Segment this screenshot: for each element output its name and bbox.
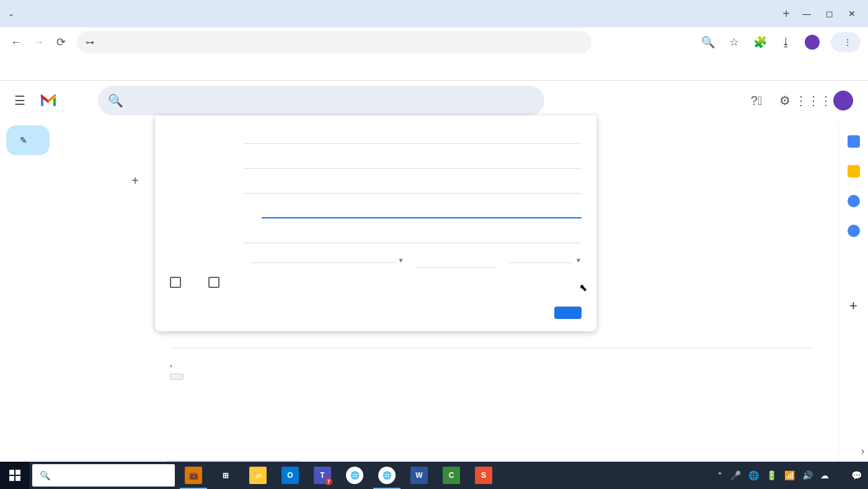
volume-icon[interactable]: 🔊 xyxy=(802,470,813,480)
address-bar[interactable]: ⊶ xyxy=(77,31,591,53)
mic-icon[interactable]: 🎤 xyxy=(730,470,741,480)
maximize-button[interactable]: ◻ xyxy=(826,9,833,19)
taskbar-chrome[interactable]: 🌐 xyxy=(339,462,371,489)
battery-icon[interactable]: 🔋 xyxy=(766,470,777,480)
svg-rect-3 xyxy=(16,476,20,481)
subject-input[interactable] xyxy=(243,178,582,194)
chrome-titlebar: ⌄ + — ◻ ✕ xyxy=(0,0,868,27)
dont-include-chats-checkbox[interactable] xyxy=(208,277,228,288)
windows-logo-icon xyxy=(9,470,20,481)
blocked-addresses-section: , xyxy=(170,348,813,380)
chevron-down-icon: ▼ xyxy=(575,257,582,264)
compose-button[interactable]: ✎ xyxy=(6,125,50,155)
gmail-header: ☰ 🔍 ?⃝ ⚙ ⋮⋮⋮ xyxy=(0,81,868,120)
size-unit-select[interactable] xyxy=(509,258,573,263)
checkbox-icon xyxy=(208,277,219,288)
keep-icon[interactable] xyxy=(848,165,860,177)
apps-grid-icon[interactable]: ⋮⋮⋮ xyxy=(805,92,822,109)
chrome-update-chip[interactable]: ⋮ xyxy=(831,32,861,52)
calendar-icon[interactable] xyxy=(848,135,860,148)
taskbar-explorer[interactable]: 📁 xyxy=(242,462,274,489)
taskbar-teams[interactable]: T7 xyxy=(306,462,339,489)
windows-taskbar: 🔍 💼 ⊞ 📁 O T7 🌐 🌐 W C S ⌃ 🎤 🌐 🔋 📶 🔊 ☁ 💬 xyxy=(0,462,868,489)
window-controls: — ◻ ✕ xyxy=(795,9,863,19)
help-icon[interactable]: ?⃝ xyxy=(748,92,765,109)
hide-sidepanel-button[interactable]: › xyxy=(861,446,864,457)
close-window-button[interactable]: ✕ xyxy=(848,9,856,19)
add-addon-button[interactable]: + xyxy=(849,298,857,314)
system-tray: ⌃ 🎤 🌐 🔋 📶 🔊 ☁ 💬 xyxy=(717,470,868,480)
side-panel: + xyxy=(838,120,868,489)
bookmarks-bar xyxy=(0,57,868,81)
account-avatar[interactable] xyxy=(833,91,853,110)
unblock-button[interactable] xyxy=(170,374,184,380)
add-label-button[interactable]: + xyxy=(131,174,139,188)
search-icon: 🔍 xyxy=(40,470,50,480)
svg-rect-1 xyxy=(16,470,20,475)
windows-search[interactable]: 🔍 xyxy=(32,464,175,487)
svg-rect-2 xyxy=(9,476,14,481)
gmail-logo-icon xyxy=(40,94,57,107)
contacts-icon[interactable] xyxy=(848,225,860,237)
taskbar-briefcase[interactable]: 💼 xyxy=(177,462,210,489)
taskbar-camtasia[interactable]: C xyxy=(435,462,467,489)
chevron-down-icon: ▼ xyxy=(398,257,404,264)
checkbox-icon xyxy=(170,277,181,288)
start-button[interactable] xyxy=(0,462,30,489)
notifications-icon[interactable]: 💬 xyxy=(851,470,862,480)
gmail-body: ✎ + xyxy=(0,120,868,489)
new-tab-button[interactable]: + xyxy=(777,7,795,21)
includes-input[interactable] xyxy=(262,202,582,218)
taskbar-outlook[interactable]: O xyxy=(274,462,306,489)
taskbar-word[interactable]: W xyxy=(403,462,435,489)
pencil-icon: ✎ xyxy=(20,135,27,145)
size-operator-select[interactable] xyxy=(250,258,395,263)
svg-rect-0 xyxy=(9,470,14,475)
from-input[interactable] xyxy=(243,128,582,144)
onedrive-icon[interactable]: ☁ xyxy=(820,470,829,480)
search-input[interactable] xyxy=(132,95,534,106)
chrome-toolbar: ← → ⟳ ⊶ 🔍 ☆ 🧩 ⭳ ⋮ xyxy=(0,27,868,57)
tasks-icon[interactable] xyxy=(848,195,860,207)
settings-gear-icon[interactable]: ⚙ xyxy=(776,92,794,109)
has-attachment-checkbox[interactable] xyxy=(170,277,190,288)
taskbar-snagit[interactable]: S xyxy=(467,462,500,489)
zoom-icon[interactable]: 🔍 xyxy=(701,35,715,50)
labels-header: + xyxy=(5,164,150,188)
site-info-icon[interactable]: ⊶ xyxy=(86,37,94,47)
doesnt-have-input[interactable] xyxy=(243,228,582,243)
select-line: , xyxy=(170,358,813,368)
size-value-input[interactable] xyxy=(416,253,497,268)
search-bar[interactable]: 🔍 xyxy=(98,86,544,115)
gmail-logo[interactable] xyxy=(40,94,61,107)
back-button[interactable]: ← xyxy=(7,34,25,51)
taskbar-apps: 💼 ⊞ 📁 O T7 🌐 🌐 W C S xyxy=(177,462,500,489)
bookmark-star-icon[interactable]: ☆ xyxy=(727,35,742,50)
taskbar-chrome-2[interactable]: 🌐 xyxy=(371,462,403,489)
minimize-button[interactable]: — xyxy=(802,9,811,19)
search-filter-panel: ▼ ▼ xyxy=(155,115,596,331)
reload-button[interactable]: ⟳ xyxy=(52,34,69,51)
extensions-icon[interactable]: 🧩 xyxy=(753,35,768,50)
globe-icon[interactable]: 🌐 xyxy=(748,470,759,480)
tray-overflow[interactable]: ⌃ xyxy=(717,471,723,480)
sidebar: ✎ + xyxy=(0,120,155,489)
search-icon: 🔍 xyxy=(108,93,123,108)
taskbar-taskview[interactable]: ⊞ xyxy=(210,462,242,489)
to-input[interactable] xyxy=(243,153,582,169)
wifi-icon[interactable]: 📶 xyxy=(784,470,795,480)
tab-search-dropdown[interactable]: ⌄ xyxy=(5,9,17,18)
profile-badge[interactable] xyxy=(805,35,820,50)
downloads-icon[interactable]: ⭳ xyxy=(779,35,794,50)
forward-button[interactable]: → xyxy=(30,34,47,51)
menu-icon: ⋮ xyxy=(843,37,852,47)
main-menu-button[interactable]: ☰ xyxy=(7,88,32,113)
search-button[interactable] xyxy=(554,307,582,319)
content-area: ▼ ▼ ⬉ xyxy=(155,120,838,489)
